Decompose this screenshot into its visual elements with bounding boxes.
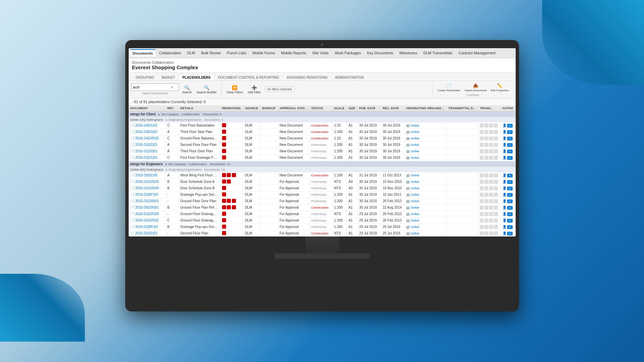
action-icon-3[interactable] bbox=[489, 156, 493, 160]
action-icon-3[interactable] bbox=[489, 143, 493, 147]
org-link[interactable]: 🏢 Deltek bbox=[406, 206, 419, 209]
action-icon-4[interactable] bbox=[494, 206, 498, 210]
action-icon-3[interactable] bbox=[489, 212, 493, 216]
action-icon-2[interactable] bbox=[484, 186, 489, 190]
clear-filters-button[interactable]: 🔽 Clear Filters bbox=[225, 84, 244, 95]
action-icon-2[interactable] bbox=[484, 199, 489, 203]
doc-link[interactable]: 📄 2010-52(RF)03 bbox=[130, 193, 159, 196]
sub-nav-admin[interactable]: ADMINISTRATION bbox=[331, 74, 368, 80]
action-icon-2[interactable] bbox=[484, 180, 489, 184]
org-link[interactable]: 🏢 Deltek bbox=[406, 124, 419, 127]
action-icon-4[interactable] bbox=[494, 212, 498, 216]
doc-link[interactable]: 📄 2010-52(RF)01 bbox=[130, 225, 159, 229]
nav-item-contract-management[interactable]: Contract Management bbox=[456, 50, 498, 56]
action-icon-4[interactable] bbox=[494, 130, 498, 134]
org-link[interactable]: 🏢 Deltek bbox=[406, 174, 419, 177]
col-status[interactable]: STATUS bbox=[309, 106, 332, 111]
sub-nav-basket[interactable]: BASKET bbox=[158, 74, 179, 80]
action-icon-4[interactable] bbox=[494, 156, 498, 160]
action-icon-3[interactable] bbox=[489, 123, 493, 128]
action-icon-4[interactable] bbox=[494, 180, 498, 184]
action-icon-2[interactable] bbox=[484, 231, 489, 235]
search-builder-button[interactable]: 🔍 Search Builder bbox=[195, 84, 218, 95]
search-input[interactable] bbox=[133, 85, 170, 89]
action-icon-4[interactable] bbox=[494, 186, 498, 190]
doc-link[interactable]: 📄 2010-24(01)02 bbox=[130, 123, 158, 127]
org-link[interactable]: 🏢 Deltek bbox=[406, 156, 419, 159]
action-icon-4[interactable] bbox=[494, 123, 498, 128]
action-icon-2[interactable] bbox=[484, 173, 489, 177]
action-icon-2[interactable] bbox=[484, 130, 489, 134]
col-org[interactable]: ORIGINATING ORGANIZ... bbox=[404, 106, 446, 111]
action-icon-4[interactable] bbox=[494, 231, 498, 235]
nav-item-mobile-reports[interactable]: Mobile Reports bbox=[278, 50, 309, 56]
action-icon-4[interactable] bbox=[494, 149, 498, 153]
nav-item-bulk-revise[interactable]: Bulk Revise bbox=[198, 50, 223, 56]
sub-nav-placeholders[interactable]: PLACEHOLDERS bbox=[179, 74, 214, 80]
doc-link[interactable]: 📄 2010-35(GR)01 bbox=[130, 206, 159, 209]
action-icon-3[interactable] bbox=[489, 199, 493, 203]
org-link[interactable]: 🏢 Deltek bbox=[406, 137, 419, 140]
edit-properties-button[interactable]: ✏️ Edit Properties bbox=[490, 82, 510, 93]
action-icon-4[interactable] bbox=[494, 199, 498, 203]
action-icon-3[interactable] bbox=[489, 149, 493, 153]
col-rev[interactable]: REV bbox=[165, 106, 178, 111]
doc-link[interactable]: 📄 2010-52(01)01 bbox=[130, 156, 158, 159]
col-trans-d[interactable]: TRANSMITTAL D... bbox=[446, 106, 478, 111]
org-link[interactable]: 🏢 Deltek bbox=[406, 150, 419, 153]
org-link[interactable]: 🏢 Deltek bbox=[406, 193, 419, 196]
action-icon-3[interactable] bbox=[489, 136, 493, 140]
nav-item-collaboration[interactable]: Collaboration bbox=[156, 50, 184, 56]
action-icon-3[interactable] bbox=[489, 186, 493, 190]
org-link[interactable]: 🏢 Deltek bbox=[406, 180, 419, 184]
action-icon-1[interactable] bbox=[480, 186, 484, 190]
action-icon-3[interactable] bbox=[489, 206, 493, 210]
col-author[interactable]: AUTHO bbox=[500, 106, 515, 111]
action-icon-1[interactable] bbox=[480, 130, 484, 134]
action-icon-1[interactable] bbox=[480, 143, 484, 147]
nav-item-key-documents[interactable]: Key Documents bbox=[364, 50, 396, 56]
action-icon-1[interactable] bbox=[480, 212, 484, 216]
doc-link[interactable]: 📄 2010-52(GR)03 bbox=[130, 212, 159, 216]
doc-link[interactable]: 📄 2010-31(GR)01 bbox=[130, 199, 159, 203]
org-link[interactable]: 🏢 Deltek bbox=[406, 212, 419, 216]
action-icon-4[interactable] bbox=[494, 193, 498, 197]
col-rec-date[interactable]: REC. DATE bbox=[381, 106, 404, 111]
col-source[interactable]: SOURCE bbox=[243, 106, 260, 111]
col-markup[interactable]: MARKUP bbox=[260, 106, 278, 111]
action-icon-1[interactable] bbox=[480, 225, 484, 229]
col-trans[interactable]: TRANS... bbox=[478, 106, 500, 111]
action-icon-4[interactable] bbox=[494, 136, 498, 140]
create-placeholder-button[interactable]: 📄 Create Placeholder bbox=[436, 82, 462, 93]
sub-nav-doc-control[interactable]: DOCUMENT CONTROL & REPORTING bbox=[214, 74, 283, 80]
action-icon-2[interactable] bbox=[484, 206, 489, 210]
sub-nav-assigning[interactable]: ASSIGNING RENDITIONS bbox=[283, 74, 331, 80]
document-table-container[interactable]: DOCUMENT REV DETAILS RENDITIONS SOURCE M… bbox=[129, 106, 516, 236]
org-link[interactable]: 🏢 Deltek bbox=[406, 225, 419, 229]
col-scale[interactable]: SCALE bbox=[332, 106, 347, 111]
org-link[interactable]: 🏢 Deltek bbox=[406, 219, 419, 222]
action-icon-2[interactable] bbox=[484, 136, 489, 140]
doc-link[interactable]: 📄 2010-25(02)01 bbox=[130, 231, 158, 235]
nav-item-dlm[interactable]: DLM bbox=[184, 50, 198, 56]
col-renditions[interactable]: RENDITIONS bbox=[220, 106, 243, 111]
action-icon-2[interactable] bbox=[484, 212, 489, 216]
col-size[interactable]: SIZE bbox=[347, 106, 357, 111]
action-icon-1[interactable] bbox=[480, 218, 484, 223]
action-icon-2[interactable] bbox=[484, 193, 489, 197]
col-approval-status[interactable]: APPROVAL STAT... bbox=[278, 106, 309, 111]
col-document[interactable]: DOCUMENT bbox=[129, 106, 166, 111]
action-icon-1[interactable] bbox=[480, 180, 484, 184]
doc-link[interactable]: 📄 2010-52(GR)02 bbox=[130, 218, 159, 222]
action-icon-2[interactable] bbox=[484, 123, 489, 128]
org-link[interactable]: 🏢 Deltek bbox=[406, 187, 419, 190]
action-icon-2[interactable] bbox=[484, 225, 489, 229]
action-icon-3[interactable] bbox=[489, 130, 493, 134]
action-icon-3[interactable] bbox=[489, 173, 493, 177]
col-details[interactable]: DETAILS bbox=[179, 106, 220, 111]
nav-item-dlm-transmittals[interactable]: DLM Transmittals bbox=[421, 50, 455, 56]
action-icon-1[interactable] bbox=[480, 156, 484, 160]
search-button[interactable]: 🔍 Search bbox=[181, 84, 194, 95]
doc-link[interactable]: 📄 2010-25(01)05 bbox=[130, 173, 158, 177]
action-icon-4[interactable] bbox=[494, 218, 498, 223]
